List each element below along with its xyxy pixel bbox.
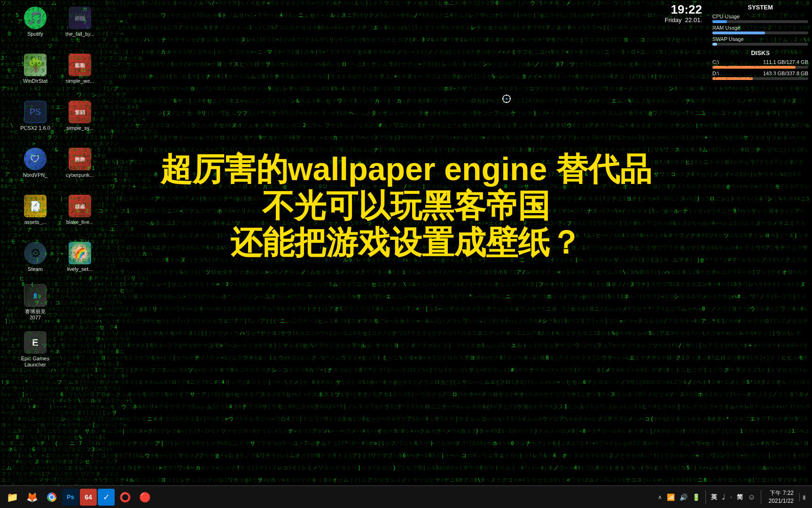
tray-divider (705, 490, 706, 504)
app-last-button[interactable]: 🔴 (135, 488, 154, 507)
taskbar-left: 📁 🦊 Ps 64 ✓ ⭕ 🔴 (0, 488, 157, 507)
notification-chevron[interactable]: ∧ (656, 493, 664, 501)
taskbar-right: ∧ 📶 🔊 🔋 英 ♩ · 简 ☺ 下午 7:22 2021/1/22 ▮ (652, 486, 812, 508)
firefox-button[interactable]: 🦊 (23, 488, 41, 507)
settings-tray-icon[interactable]: ☺ (746, 492, 757, 502)
tray-date-text: 2021/1/22 (769, 497, 794, 505)
simplified-chinese-icon[interactable]: 简 (735, 492, 744, 502)
network-icon[interactable]: 📶 (665, 492, 676, 502)
overlay-line3: 还能把游戏设置成壁纸？ (94, 224, 718, 261)
todo-button[interactable]: ✓ (98, 489, 115, 506)
photoshop-button[interactable]: Ps (62, 489, 79, 506)
overlay-container: 超厉害的wallpaper engine 替代品 不光可以玩黑客帝国 还能把游戏… (94, 151, 718, 261)
input-dot-icon[interactable]: · (729, 492, 734, 502)
tray-clock[interactable]: 下午 7:22 2021/1/22 (765, 488, 797, 506)
overlay-line1: 超厉害的wallpaper engine 替代品 (94, 151, 718, 187)
input-method-icon[interactable]: ♩ (720, 492, 727, 502)
svg-point-8 (50, 495, 54, 499)
chrome-button[interactable] (42, 488, 61, 507)
taskbar: 📁 🦊 Ps 64 ✓ ⭕ 🔴 ∧ 📶 🔊 🔋 英 ♩ · (0, 485, 812, 508)
battery-icon[interactable]: 🔋 (691, 492, 702, 502)
overlay-line2: 不光可以玩黑客帝国 (94, 187, 718, 224)
chrome-icon (46, 492, 57, 503)
language-indicator[interactable]: 英 (710, 492, 718, 502)
tray-time-text: 下午 7:22 (769, 489, 794, 497)
volume-icon[interactable]: 🔊 (678, 492, 689, 502)
bluestacks-button[interactable]: ⭕ (116, 488, 134, 507)
app-64-button[interactable]: 64 (80, 489, 97, 506)
desktop-peek[interactable]: ▮ (799, 493, 807, 501)
tray-divider2 (761, 490, 761, 504)
file-explorer-button[interactable]: 📁 (3, 488, 22, 507)
